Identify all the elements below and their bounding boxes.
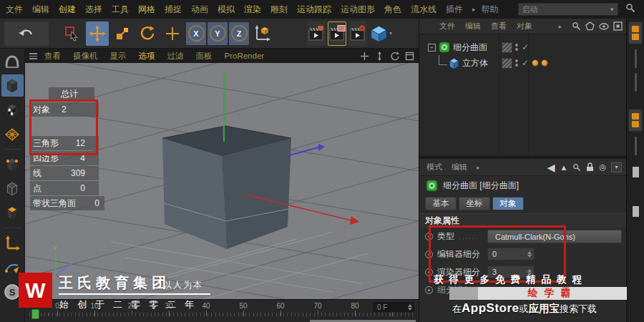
visibility-dots[interactable] — [515, 44, 518, 51]
menu-render[interactable]: 渲染 — [244, 4, 261, 16]
phong-tag-icon[interactable] — [532, 59, 539, 67]
om-menu-view[interactable]: 查看 — [491, 21, 507, 31]
menu-sculpt[interactable]: 雕刻 — [270, 4, 288, 16]
anim-dot-icon[interactable] — [425, 286, 433, 294]
object-label[interactable]: 细分曲面 — [453, 42, 487, 54]
search-icon[interactable] — [572, 163, 581, 172]
current-frame-field[interactable]: 0 F — [373, 302, 414, 312]
menu-snap[interactable]: 捕捉 — [165, 4, 182, 16]
render-settings-button[interactable] — [348, 21, 367, 46]
collapse-toggle-icon[interactable]: − — [428, 44, 436, 52]
tag-icon[interactable] — [541, 59, 548, 67]
rotate-tool-button[interactable] — [136, 21, 159, 46]
menu-overflow-arrow-icon: ▸ — [472, 6, 476, 13]
am-menu-mode[interactable]: 模式 — [426, 162, 442, 172]
layer-swatch[interactable] — [502, 58, 512, 69]
svg-text:S: S — [9, 286, 16, 297]
menu-pipeline[interactable]: 流水线 — [411, 4, 436, 16]
rotate-view-icon[interactable] — [390, 52, 399, 61]
render-view-button[interactable] — [307, 21, 326, 46]
layer-swatch[interactable] — [502, 42, 512, 53]
menu-character[interactable]: 角色 — [384, 4, 401, 16]
make-editable-icon — [4, 54, 20, 69]
enabled-check-icon[interactable]: ✓ — [522, 58, 529, 68]
edge-mode-button[interactable] — [1, 177, 24, 200]
path-pentagon-icon[interactable] — [585, 21, 595, 31]
menu-help[interactable]: 帮助 — [482, 4, 499, 16]
om-menu-edit[interactable]: 编辑 — [465, 21, 481, 31]
menu-animate[interactable]: 动画 — [191, 4, 208, 16]
target-circle-icon[interactable]: ◎ — [599, 162, 606, 172]
menu-tools[interactable]: 工具 — [112, 4, 129, 16]
menu-plugins[interactable]: 插件 — [446, 4, 463, 16]
om-menu-objects[interactable]: 对象 — [517, 21, 532, 31]
lock-y-axis-button[interactable]: Y — [208, 22, 228, 45]
menu-mograph[interactable]: 运动图形 — [341, 4, 375, 16]
dock-scroll-handle[interactable] — [633, 167, 639, 177]
menu-create[interactable]: 创建 — [59, 4, 76, 16]
vp-menu-options[interactable]: 选项 — [139, 51, 155, 62]
last-tool-button[interactable] — [161, 21, 184, 46]
vp-menu-panel[interactable]: 面板 — [196, 51, 213, 62]
vp-menu-cameras[interactable]: 摄像机 — [73, 51, 98, 62]
object-label[interactable]: 立方体 — [462, 57, 488, 69]
selection-tool-button[interactable] — [61, 21, 84, 46]
menu-simulate[interactable]: 模拟 — [218, 4, 235, 16]
menu-motion-tracker[interactable]: 运动跟踪 — [297, 4, 331, 16]
workplane-axis-button[interactable] — [1, 232, 24, 254]
dock-scroll-handle[interactable] — [633, 206, 639, 217]
gizmo-z-label: Z — [69, 261, 73, 268]
polygon-mode-button[interactable] — [1, 202, 24, 224]
enabled-check-icon[interactable]: ✓ — [522, 42, 529, 52]
vp-menu-filter[interactable]: 过滤 — [167, 51, 184, 62]
menu-select[interactable]: 选择 — [85, 4, 102, 16]
tab-basic[interactable]: 基本 — [425, 197, 457, 210]
layout-preset-dropdown[interactable]: 启动▾ — [518, 3, 618, 16]
viewport-menu-icon[interactable] — [29, 53, 37, 59]
zoom-view-icon[interactable] — [375, 52, 384, 61]
vp-menu-view[interactable]: 查看 — [44, 51, 61, 62]
scale-tool-button[interactable] — [111, 21, 134, 46]
coordinate-system-button[interactable] — [250, 21, 273, 46]
undo-button[interactable] — [4, 21, 49, 46]
toggle-panel-icon[interactable] — [405, 52, 414, 61]
dock-tab[interactable] — [628, 21, 643, 44]
history-back-icon[interactable]: ◀ — [547, 162, 555, 173]
eye-icon[interactable] — [599, 22, 609, 31]
vp-menu-prorender[interactable]: ProRender — [225, 52, 265, 60]
menu-bar: 文件 编辑 创建 选择 工具 网格 捕捉 动画 模拟 渲染 雕刻 运动跟踪 运动… — [0, 0, 644, 19]
render-to-picture-viewer-button[interactable] — [328, 21, 346, 46]
parent-up-icon[interactable]: ▲ — [560, 163, 568, 172]
model-mode-button[interactable] — [1, 74, 24, 97]
viewport-3d-canvas[interactable]: 总计 对象2 三角形12 四边形4 线309 点0 带状三角面0 Y Z — [25, 63, 419, 299]
tab-object[interactable]: 对象 — [492, 197, 524, 210]
lock-icon[interactable] — [586, 162, 594, 172]
filter-target-icon[interactable] — [613, 21, 623, 31]
tree-row-cube[interactable]: 立方体 ✓ — [419, 55, 626, 71]
make-editable-button[interactable] — [1, 50, 24, 72]
am-menu-edit[interactable]: 编辑 — [452, 162, 467, 172]
tab-coordinates[interactable]: 坐标 — [459, 197, 490, 210]
pan-view-icon[interactable] — [360, 52, 369, 61]
dock-tab[interactable] — [628, 109, 643, 132]
visibility-dots[interactable] — [515, 59, 518, 67]
search-icon[interactable] — [625, 3, 635, 16]
panel-menu-icon[interactable]: ▾ — [611, 162, 622, 172]
vp-menu-display[interactable]: 显示 — [110, 51, 127, 62]
search-icon[interactable] — [572, 21, 581, 31]
menu-mesh[interactable]: 网格 — [138, 4, 155, 16]
add-primitive-cube-button[interactable]: ▾ — [369, 21, 392, 46]
tree-row-subdivision-surface[interactable]: − 细分曲面 ✓ — [419, 39, 626, 55]
texture-mode-button[interactable] — [1, 99, 24, 121]
ffd-lattice-button[interactable] — [1, 123, 24, 145]
menu-file[interactable]: 文件 — [6, 4, 23, 16]
point-mode-button[interactable] — [1, 153, 24, 175]
dock-tab-strip — [626, 19, 644, 322]
om-menu-file[interactable]: 文件 — [439, 21, 455, 31]
lock-z-axis-button[interactable]: Z — [229, 22, 249, 45]
move-tool-button[interactable] — [86, 21, 109, 46]
tree-elbow-icon — [439, 55, 447, 65]
frame-spinner-icon[interactable] — [408, 304, 412, 311]
lock-x-axis-button[interactable]: X — [186, 22, 206, 45]
menu-edit[interactable]: 编辑 — [32, 4, 49, 16]
